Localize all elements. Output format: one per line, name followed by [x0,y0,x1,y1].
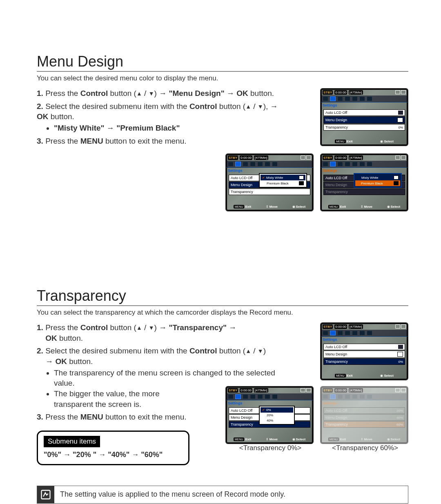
arrow-right-icon [229,323,236,332]
lcd-screenshot-menu-design: STBY 0:00:00 [475Min] Settings Auto LCD … [320,88,408,146]
lcd-screenshot-transparency-0: STBY 0:00:00 [475Min] Settings Auto LCD … [225,386,314,444]
lcd-screenshot-transparency-60: STBY 0:00:00 [475Min] Settings Auto LCD … [320,386,408,444]
caption-transparency-60: <Transparency 60%> [322,444,408,452]
lcd-screenshot-transparency: STBY 0:00:00 [475Min] Settings Auto LCD … [320,322,408,380]
triangle-up-icon [136,323,142,332]
triangle-down-icon [258,346,263,355]
submenu-items-box: Submenu items "0%" → "20% " → "40%" → "6… [37,431,189,465]
arrow-right-icon [227,89,234,98]
triangle-up-icon [245,102,251,111]
step-2-bullet: "Misty White" → "Premium Black" [54,123,282,133]
triangle-up-icon [245,346,251,355]
lead-text: You can select the transparency at which… [37,309,408,317]
submenu-items-title: Submenu items [44,436,100,447]
submenu-items-text: "0%" → "20% " → "40%" → "60%" [44,451,183,459]
svg-rect-0 [42,490,50,499]
arrow-right-icon [159,89,167,98]
step-2-sub1: The transparency of the menu screen is c… [54,368,282,389]
arrow-right-icon [159,323,167,332]
triangle-down-icon [149,89,154,98]
triangle-up-icon [136,89,142,98]
step-2: 2. Select the desired submenu item with … [37,101,282,133]
section-heading-menu-design: Menu Design [37,53,408,72]
lcd-screenshot-misty-white: STBY 0:00:00 [475Min] Settings Auto LCD … [225,153,314,211]
section-heading-transparency: Transparency [37,287,408,306]
caption-transparency-0: <Transparency 0%> [227,444,314,452]
step-3: 3. Press the MENU button to exit the men… [37,136,282,147]
step-2-sub2: The bigger the value, the more transpare… [54,389,176,409]
note-icon [37,486,54,503]
note-box: The setting value is applied to the menu… [37,486,408,504]
note-text: The setting value is applied to the menu… [60,487,285,502]
arrow-right-icon [45,357,53,366]
step-1: 1. Press the Control button ( / ) "Trans… [37,322,282,343]
arrow-right-icon [270,102,278,111]
step-1: 1. Press the Control button ( / ) "Menu … [37,88,282,99]
triangle-down-icon [149,323,154,332]
lcd-screenshot-premium-black: STBY 0:00:00 [475Min] Settings Auto LCD … [320,153,408,211]
triangle-down-icon [258,102,263,111]
lead-text: You can select the desired menu color to… [37,74,408,82]
